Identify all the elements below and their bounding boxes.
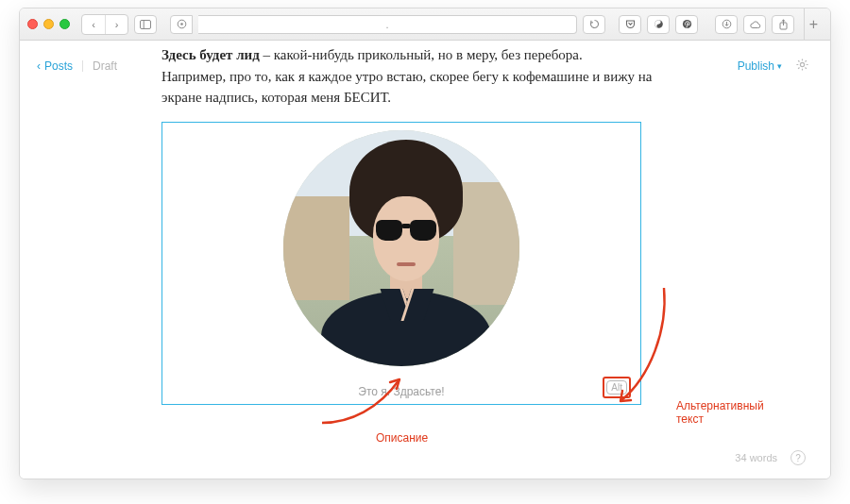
lead-paragraph[interactable]: Здесь будет лид – какой-нибудь прикольны… [162,44,690,109]
download-icon [722,19,732,29]
pinterest-button[interactable] [675,15,698,34]
toolbar-extensions [619,15,698,34]
chevron-down-icon: ▾ [777,61,782,71]
svg-line-16 [806,60,807,61]
lead-line2: Например, про то, как я каждое утро вста… [162,69,653,106]
reload-icon [589,19,600,29]
portrait-image[interactable] [283,130,519,366]
reload-button[interactable] [583,15,605,34]
back-to-posts[interactable]: ‹ Posts [37,59,73,73]
top-right-actions: Publish ▾ [738,58,809,75]
draft-status: Draft [93,59,117,73]
svg-line-14 [806,68,807,69]
maximize-window-button[interactable] [60,19,70,29]
icloud-button[interactable] [743,15,766,34]
help-button[interactable]: ? [790,450,806,465]
share-icon [778,19,789,30]
forward-button[interactable]: › [105,15,128,34]
downloads-button[interactable] [715,15,738,34]
address-bar-group: . [170,15,605,34]
window-controls [27,19,70,29]
pinterest-icon [682,19,692,29]
annotation-alt-label: Альтернативный текст [676,399,764,427]
nav-buttons: ‹ › [81,14,128,35]
svg-point-8 [800,62,804,66]
toolbar-right [715,15,794,34]
editor-footer: 34 words ? [735,450,806,465]
minimize-window-button[interactable] [43,19,54,29]
safari-ext-button[interactable] [647,15,670,34]
publish-label: Publish [738,59,774,73]
svg-point-3 [180,23,183,25]
chevron-left-icon: ‹ [37,59,41,73]
image-figure-selected[interactable]: Alt [162,122,641,405]
yin-yang-icon [654,19,664,29]
reader-button[interactable] [170,15,193,34]
gear-icon [795,58,809,72]
lead-rest1: – какой-нибудь прикольный, но в меру, бе… [260,47,583,62]
back-button[interactable]: ‹ [82,15,105,34]
publish-button[interactable]: Publish ▾ [738,59,782,73]
lead-bold: Здесь будет лид [162,47,260,62]
alt-text-button[interactable]: Alt [606,380,627,395]
share-button[interactable] [772,15,794,34]
separator [82,60,83,72]
reader-icon [177,19,187,29]
pocket-button[interactable] [619,15,641,34]
left-rail: ‹ Posts Draft [20,41,162,479]
alt-text-button-highlight: Alt [603,377,631,398]
back-label: Posts [44,59,73,73]
svg-line-13 [798,60,799,61]
browser-window: ‹ › . [19,8,831,479]
sidebar-icon [140,20,151,29]
page-content: ‹ Posts Draft Здесь будет лид – какой-ни… [20,41,830,479]
svg-rect-0 [141,20,151,28]
word-count: 34 words [735,452,777,463]
pocket-icon [625,19,636,29]
annotation-description-label: Описание [376,431,428,445]
new-tab-button[interactable]: + [804,8,823,41]
settings-button[interactable] [795,58,809,75]
cloud-icon [749,20,761,29]
close-window-button[interactable] [27,19,38,29]
caption-row [162,385,640,398]
caption-input[interactable] [335,385,468,398]
sidebar-toggle-button[interactable] [134,15,157,34]
svg-line-15 [798,68,799,69]
address-bar[interactable]: . [198,15,577,34]
address-text: . [385,19,388,30]
browser-toolbar: ‹ › . [20,8,830,41]
